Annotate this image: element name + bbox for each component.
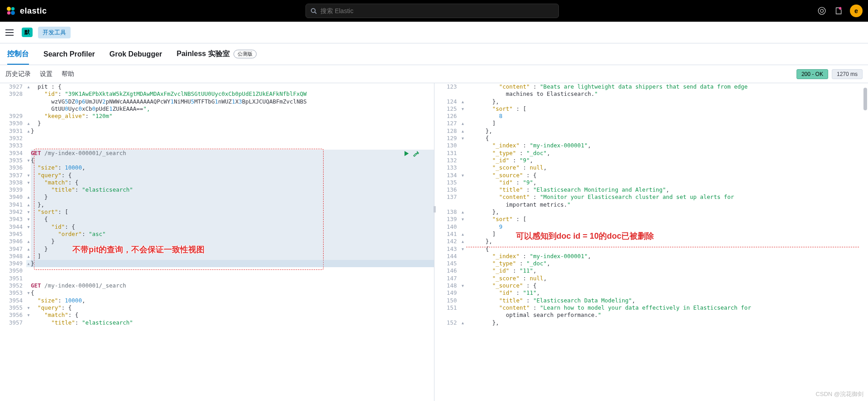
code-text[interactable]: "_id" : "11",: [465, 267, 868, 274]
code-line[interactable]: 3944▾ "id": {: [0, 223, 434, 231]
code-line[interactable]: 139▾ "sort" : [: [434, 216, 868, 223]
code-line[interactable]: 3949▴}: [0, 260, 434, 267]
code-text[interactable]: "query": {: [31, 304, 434, 311]
code-line[interactable]: 147 "_score" : null,: [434, 275, 868, 282]
history-link[interactable]: 历史记录: [5, 70, 31, 78]
code-text[interactable]: "_type" : "_doc",: [465, 260, 868, 267]
code-line[interactable]: 3953▾{: [0, 289, 434, 297]
code-text[interactable]: "id": {: [31, 223, 434, 231]
code-text[interactable]: ]: [465, 231, 868, 238]
fold-icon[interactable]: ▾: [461, 245, 465, 253]
code-text[interactable]: "sort": [: [31, 208, 434, 216]
wrench-icon[interactable]: [413, 150, 420, 157]
request-pane[interactable]: 不带pit的查询，不会保证一致性视图 3927▴ pit : {3928 "id…: [0, 83, 434, 401]
menu-toggle-icon[interactable]: [5, 27, 16, 38]
fold-icon[interactable]: ▾: [26, 216, 31, 223]
code-line[interactable]: 3955▾ "query": {: [0, 304, 434, 311]
code-line[interactable]: 146 "_id" : "11",: [434, 267, 868, 274]
fold-icon[interactable]: ▾: [26, 179, 31, 186]
help-link[interactable]: 帮助: [62, 70, 74, 78]
code-line[interactable]: 138▴ },: [434, 208, 868, 216]
code-text[interactable]: "content" : "Beats are lightweight data …: [465, 83, 868, 90]
fold-icon[interactable]: ▾: [461, 105, 465, 113]
fold-icon[interactable]: ▴: [26, 120, 31, 127]
code-text[interactable]: "query": {: [31, 172, 434, 179]
code-text[interactable]: "sort" : [: [465, 216, 868, 223]
fold-icon[interactable]: ▾: [26, 289, 31, 297]
fold-icon[interactable]: ▴: [26, 253, 31, 260]
code-line[interactable]: 144 "_index" : "my-index-000001",: [434, 253, 868, 260]
code-text[interactable]: },: [465, 238, 868, 245]
code-text[interactable]: "_id" : "9",: [465, 157, 868, 164]
fold-icon[interactable]: ▾: [461, 172, 465, 179]
code-line[interactable]: 145 "_type" : "_doc",: [434, 260, 868, 267]
code-line[interactable]: 3940▴ }: [0, 193, 434, 201]
code-text[interactable]: "order": "asc": [31, 231, 434, 238]
code-text[interactable]: "sort" : [: [465, 105, 868, 113]
code-line[interactable]: 133 "_score" : null,: [434, 164, 868, 171]
code-line[interactable]: 3952GET /my-index-000001/_search: [0, 282, 434, 289]
logo[interactable]: elastic: [5, 5, 47, 16]
fold-icon[interactable]: ▴: [461, 231, 465, 238]
code-line[interactable]: 3947▴ }: [0, 245, 434, 253]
fold-icon[interactable]: ▴: [26, 245, 31, 253]
fold-icon[interactable]: ▴: [461, 98, 465, 105]
code-line[interactable]: 3929 "keep_alive": "120m": [0, 113, 434, 120]
code-line[interactable]: 3936 "size": 10000,: [0, 164, 434, 171]
code-line[interactable]: 3930▴ }: [0, 120, 434, 127]
code-text[interactable]: machines to Elasticsearch.": [465, 90, 868, 98]
code-line[interactable]: 150 "title" : "Elasticsearch Data Modeli…: [434, 297, 868, 304]
fold-icon[interactable]: ▾: [461, 135, 465, 142]
settings-link[interactable]: 设置: [40, 70, 52, 78]
play-icon[interactable]: [403, 150, 410, 157]
code-line[interactable]: 141▴ ]: [434, 231, 868, 238]
code-line[interactable]: 3954 "size": 10000,: [0, 297, 434, 304]
tab-search-profiler[interactable]: Search Profiler: [43, 45, 95, 64]
code-text[interactable]: wzVG5DZ0p6UmJUV2pNWWcAAAAAAAAAQPcWY1NiMH…: [31, 98, 434, 105]
code-text[interactable]: "id" : "11",: [465, 289, 868, 297]
code-line[interactable]: 3931▴}: [0, 127, 434, 135]
fold-icon[interactable]: ▾: [26, 311, 31, 319]
code-text[interactable]: [31, 267, 434, 274]
code-line[interactable]: 3938▾ "match": {: [0, 179, 434, 186]
code-text[interactable]: }: [31, 245, 434, 253]
code-text[interactable]: "content" : "Monitor your Elasticsearch …: [465, 193, 868, 201]
fold-icon[interactable]: ▴: [26, 193, 31, 201]
code-text[interactable]: "_source" : {: [465, 282, 868, 289]
code-text[interactable]: ]: [31, 253, 434, 260]
code-text[interactable]: }: [31, 193, 434, 201]
fold-icon[interactable]: ▴: [461, 127, 465, 135]
code-text[interactable]: ]: [465, 120, 868, 127]
code-line[interactable]: 3935▾{: [0, 157, 434, 164]
code-text[interactable]: "id" : "9",: [465, 179, 868, 186]
code-text[interactable]: {: [31, 216, 434, 223]
code-text[interactable]: optimal search performance.": [465, 311, 868, 319]
code-line[interactable]: 3939 "title": "elasticsearch": [0, 186, 434, 193]
code-text[interactable]: },: [465, 208, 868, 216]
code-text[interactable]: {: [31, 289, 434, 297]
code-line[interactable]: 131 "_type" : "_doc",: [434, 150, 868, 157]
code-text[interactable]: "_index" : "my-index-000001",: [465, 253, 868, 260]
fold-icon[interactable]: ▾: [461, 282, 465, 289]
fold-icon[interactable]: ▾: [26, 223, 31, 231]
help-icon[interactable]: [817, 6, 826, 15]
fold-icon[interactable]: ▴: [461, 208, 465, 216]
code-line[interactable]: 130 "_index" : "my-index-000001",: [434, 142, 868, 149]
fold-icon[interactable]: ▾: [26, 208, 31, 216]
code-line[interactable]: 123 "content" : "Beats are lightweight d…: [434, 83, 868, 90]
breadcrumb-devtools[interactable]: 开发工具: [38, 27, 71, 38]
code-line[interactable]: 135 "id" : "9",: [434, 179, 868, 186]
code-line[interactable]: 3948▴ ]: [0, 253, 434, 260]
code-line[interactable]: 3932: [0, 135, 434, 142]
code-line[interactable]: 3951: [0, 275, 434, 282]
code-line[interactable]: 3950: [0, 267, 434, 274]
code-line[interactable]: 3945 "order": "asc": [0, 231, 434, 238]
scrollbar[interactable]: [863, 88, 867, 110]
response-pane[interactable]: 可以感知到doc id = 10的doc已被删除 123 "content" :…: [434, 83, 868, 401]
newsfeed-icon[interactable]: [834, 6, 843, 15]
code-line[interactable]: 132 "_id" : "9",: [434, 157, 868, 164]
code-line[interactable]: 152▴ },: [434, 319, 868, 326]
fold-icon[interactable]: ▴: [26, 238, 31, 245]
code-text[interactable]: 8: [465, 113, 868, 120]
fold-icon[interactable]: ▴: [26, 127, 31, 135]
